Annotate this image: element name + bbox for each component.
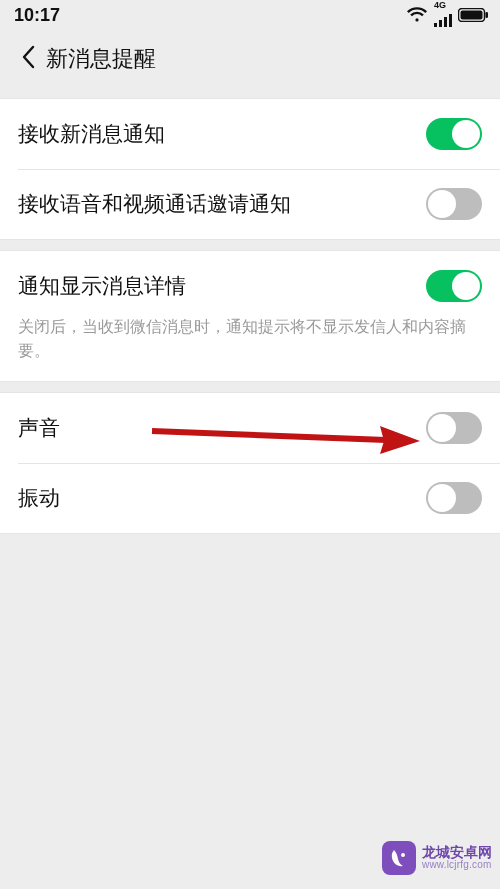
status-right: 4G xyxy=(406,3,488,27)
svg-point-9 xyxy=(401,853,405,857)
row-label: 声音 xyxy=(18,414,60,442)
svg-rect-5 xyxy=(461,11,483,20)
page-title: 新消息提醒 xyxy=(46,44,156,74)
row-description: 关闭后，当收到微信消息时，通知提示将不显示发信人和内容摘要。 xyxy=(0,315,500,381)
toggle-receive-new-message[interactable] xyxy=(426,118,482,150)
watermark-url: www.lcjrfg.com xyxy=(422,860,492,871)
status-time: 10:17 xyxy=(14,5,60,26)
svg-rect-3 xyxy=(449,14,452,27)
svg-rect-2 xyxy=(444,17,447,27)
status-bar: 10:17 4G xyxy=(0,0,500,30)
toggle-vibrate[interactable] xyxy=(426,482,482,514)
settings-group: 通知显示消息详情 关闭后，当收到微信消息时，通知提示将不显示发信人和内容摘要。 xyxy=(0,250,500,382)
row-sound[interactable]: 声音 xyxy=(0,393,500,463)
row-receive-call-invite[interactable]: 接收语音和视频通话邀请通知 xyxy=(0,169,500,239)
svg-rect-1 xyxy=(439,20,442,27)
header: 新消息提醒 xyxy=(0,30,500,88)
watermark-title: 龙城安卓网 xyxy=(422,845,492,860)
row-label: 接收新消息通知 xyxy=(18,120,165,148)
toggle-sound[interactable] xyxy=(426,412,482,444)
svg-rect-0 xyxy=(434,23,437,27)
row-label: 振动 xyxy=(18,484,60,512)
toggle-receive-call-invite[interactable] xyxy=(426,188,482,220)
back-button[interactable] xyxy=(10,41,46,77)
toggle-show-detail[interactable] xyxy=(426,270,482,302)
row-label: 通知显示消息详情 xyxy=(18,272,186,300)
wifi-icon xyxy=(406,7,428,23)
signal-icon: 4G xyxy=(434,3,452,27)
row-show-detail[interactable]: 通知显示消息详情 xyxy=(0,251,500,321)
watermark-logo-icon xyxy=(382,841,416,875)
chevron-left-icon xyxy=(21,45,35,73)
row-label: 接收语音和视频通话邀请通知 xyxy=(18,190,291,218)
row-receive-new-message[interactable]: 接收新消息通知 xyxy=(0,99,500,169)
settings-group: 接收新消息通知 接收语音和视频通话邀请通知 xyxy=(0,98,500,240)
settings-group: 声音 振动 xyxy=(0,392,500,534)
battery-icon xyxy=(458,8,488,22)
watermark: 龙城安卓网 www.lcjrfg.com xyxy=(382,841,492,875)
row-vibrate[interactable]: 振动 xyxy=(0,463,500,533)
svg-rect-6 xyxy=(486,12,489,18)
